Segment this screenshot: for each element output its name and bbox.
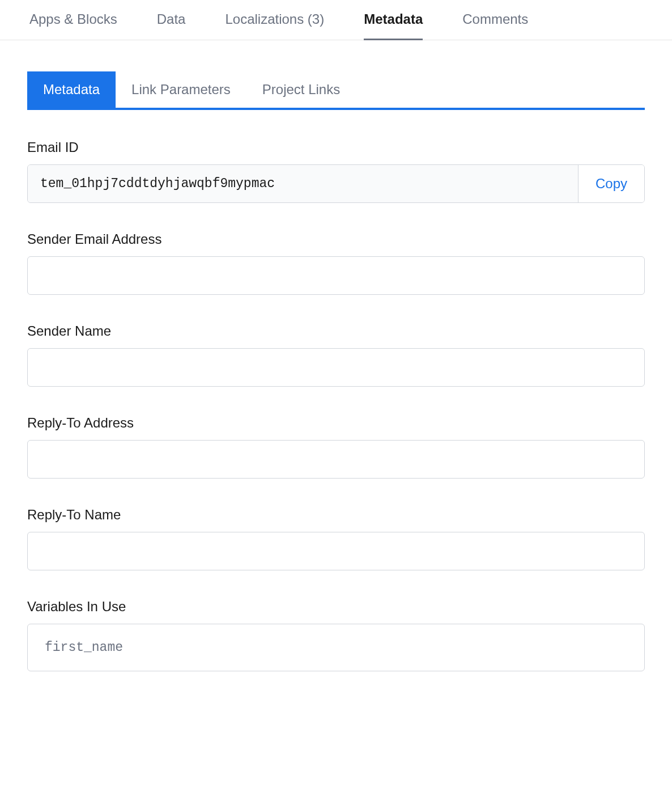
field-sender-email: Sender Email Address [27,231,645,295]
field-sender-name: Sender Name [27,323,645,387]
field-variables: Variables In Use first_name [27,599,645,671]
label-reply-to-name: Reply-To Name [27,507,645,523]
tab-data[interactable]: Data [157,11,186,40]
sub-tab-bar: Metadata Link Parameters Project Links [27,71,645,110]
label-reply-to-address: Reply-To Address [27,415,645,431]
tab-apps-blocks[interactable]: Apps & Blocks [29,11,117,40]
email-id-copy-field: tem_01hpj7cddtdyhjawqbf9mypmac Copy [27,164,645,203]
label-variables: Variables In Use [27,599,645,615]
variables-value: first_name [27,624,645,671]
sub-tab-project-links[interactable]: Project Links [246,71,356,108]
input-reply-to-name[interactable] [27,532,645,570]
input-sender-name[interactable] [27,348,645,387]
input-reply-to-address[interactable] [27,440,645,479]
tab-metadata[interactable]: Metadata [364,11,423,40]
field-email-id: Email ID tem_01hpj7cddtdyhjawqbf9mypmac … [27,139,645,203]
sub-tab-metadata[interactable]: Metadata [27,71,116,108]
sub-tab-link-parameters[interactable]: Link Parameters [116,71,246,108]
field-reply-to-name: Reply-To Name [27,507,645,570]
copy-button[interactable]: Copy [579,165,644,202]
tab-localizations-count: (3) [308,11,324,27]
tab-localizations-label: Localizations [225,11,304,27]
field-reply-to-address: Reply-To Address [27,415,645,479]
label-email-id: Email ID [27,139,645,155]
email-id-value: tem_01hpj7cddtdyhjawqbf9mypmac [28,165,579,202]
label-sender-name: Sender Name [27,323,645,339]
tab-localizations[interactable]: Localizations (3) [225,11,324,40]
label-sender-email: Sender Email Address [27,231,645,247]
content-area: Metadata Link Parameters Project Links E… [0,40,672,722]
tab-comments[interactable]: Comments [462,11,528,40]
input-sender-email[interactable] [27,256,645,295]
top-tab-bar: Apps & Blocks Data Localizations (3) Met… [0,0,672,40]
